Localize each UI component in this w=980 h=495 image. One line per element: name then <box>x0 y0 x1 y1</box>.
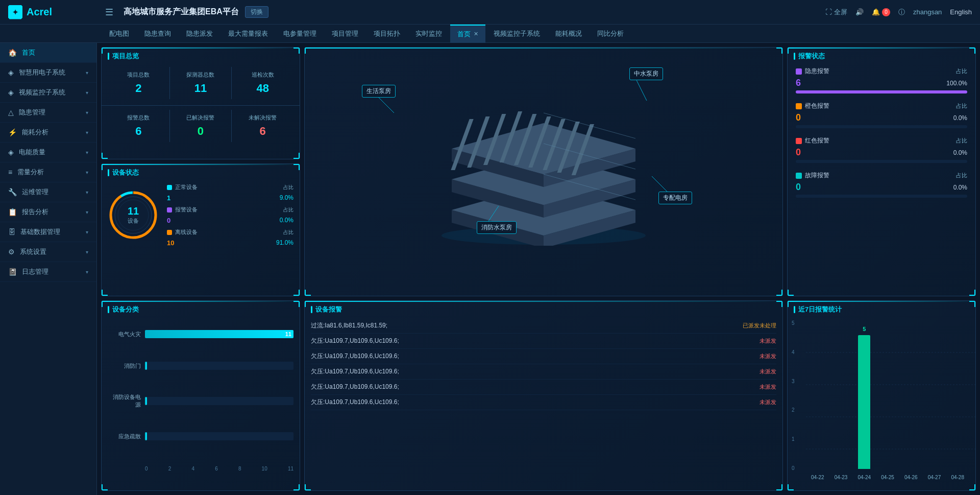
bar-fill-3 <box>145 432 147 440</box>
energy-icon: ⚡ <box>8 128 17 136</box>
bell-icon: 🔔 <box>872 8 880 16</box>
tab-yinhanchaxun[interactable]: 隐患查询 <box>137 25 178 43</box>
menu-icon[interactable]: ☰ <box>105 7 113 18</box>
sidebar-label-ops: 运维管理 <box>22 187 81 197</box>
tab-compare[interactable]: 同比分析 <box>590 25 631 43</box>
sidebar-item-ops[interactable]: 🔧 运维管理 ▾ <box>0 182 96 202</box>
sidebar-item-smart-elec[interactable]: ◈ 智慧用电子系统 ▾ <box>0 63 96 83</box>
device-category-panel: 设备分类 电气火灾 11 消防门 <box>101 300 300 491</box>
stats-grid-2: 报警总数 6 已解决报警 0 未解决报警 6 <box>102 105 300 146</box>
sidebar-label-logs: 日志管理 <box>22 267 81 276</box>
tab-video[interactable]: 视频监控子系统 <box>486 25 547 43</box>
main-layout: 🏠 首页 ◈ 智慧用电子系统 ▾ ◈ 视频监控子系统 ▾ △ 隐患管理 ▾ ⚡ … <box>0 43 980 495</box>
logo-icon: ✦ <box>8 5 22 19</box>
logo-text: Acrel <box>27 6 52 18</box>
alert-status-panel: 报警状态 隐患报警 占比 6 100.0% <box>787 47 976 296</box>
sidebar-item-home[interactable]: 🏠 首页 <box>0 43 96 63</box>
building-model-panel: 生活泵房 中水泵房 专配电房 消防水泵房 <box>304 47 783 296</box>
help-button[interactable]: ⓘ <box>898 8 905 17</box>
help-icon: ⓘ <box>898 8 905 17</box>
bar-track-3 <box>145 432 293 440</box>
sidebar-label-hazard: 隐患管理 <box>19 108 81 117</box>
chevron-down-icon-6: ▾ <box>86 170 88 175</box>
svg-line-24 <box>652 176 667 192</box>
tab-realtime[interactable]: 实时监控 <box>408 25 449 43</box>
bar-track-1 <box>145 362 293 370</box>
language-button[interactable]: English <box>950 8 972 16</box>
stat-detector-count: 探测器总数 11 <box>170 67 232 99</box>
alarm-row-0: 过流:Ia81.6,Ib81.59,Ic81.59; 已派发未处理 <box>311 318 776 334</box>
bar-row-2: 消防设备电源 <box>108 393 293 409</box>
bar-row-3: 应急疏散 <box>108 432 293 440</box>
sidebar-item-logs[interactable]: 📓 日志管理 ▾ <box>0 262 96 282</box>
tab-close-icon[interactable]: ✕ <box>474 31 478 37</box>
seven-day-panel: 近7日报警统计 5 4 3 2 1 0 <box>787 300 976 491</box>
tab-peidiantu[interactable]: 配电图 <box>102 25 136 43</box>
stat-alarm-unresolved: 未解决报警 6 <box>232 110 293 142</box>
tab-projectmgmt[interactable]: 项目管理 <box>325 25 365 43</box>
alert-row-hazard: 隐患报警 占比 6 100.0% <box>796 67 967 93</box>
ops-icon: 🔧 <box>8 188 17 196</box>
bar-fill-2 <box>145 397 147 405</box>
switch-button[interactable]: 切换 <box>245 6 268 18</box>
alarm-list: 过流:Ia81.6,Ib81.59,Ic81.59; 已派发未处理 欠压:Ua1… <box>305 316 782 412</box>
device-status-inner: 11 设备 正常设备 占比 1 9.0% <box>102 179 300 251</box>
sidebar-item-power-quality[interactable]: ◈ 电能质量 ▾ <box>0 143 96 162</box>
sidebar-item-report[interactable]: 📋 报告分析 ▾ <box>0 202 96 222</box>
nav-tabs: 配电图 隐患查询 隐患派发 最大需量报表 电参量管理 项目管理 项目拓扑 实时监… <box>0 25 980 43</box>
sidebar-item-basedata[interactable]: 🗄 基础数据管理 ▾ <box>0 222 96 242</box>
tab-diancanliang[interactable]: 电参量管理 <box>276 25 324 43</box>
stats-grid-1: 项目总数 2 探测器总数 11 巡检次数 48 <box>102 63 300 103</box>
fullscreen-icon: ⛶ <box>825 8 832 16</box>
sidebar-item-demand[interactable]: ≡ 需量分析 ▾ <box>0 162 96 182</box>
username: zhangsan <box>913 8 942 16</box>
tab-energy[interactable]: 能耗概况 <box>548 25 589 43</box>
sidebar-item-energy[interactable]: ⚡ 能耗分析 ▾ <box>0 123 96 143</box>
chevron-down-icon-10: ▾ <box>86 249 88 255</box>
tab-maxneedreport[interactable]: 最大需量报表 <box>221 25 275 43</box>
bar-row-0: 电气火灾 11 <box>108 330 293 338</box>
content-area: 项目总览 项目总数 2 探测器总数 11 巡检次数 48 <box>97 43 980 495</box>
sidebar: 🏠 首页 ◈ 智慧用电子系统 ▾ ◈ 视频监控子系统 ▾ △ 隐患管理 ▾ ⚡ … <box>0 43 97 495</box>
top-title-area: ☰ 高地城市服务产业集团EBA平台 切换 <box>105 6 825 18</box>
fullscreen-button[interactable]: ⛶ 全屏 <box>825 8 847 17</box>
legend-normal: 正常设备 占比 <box>167 183 293 191</box>
chevron-down-icon: ▾ <box>86 70 88 76</box>
chevron-down-icon-7: ▾ <box>86 190 88 195</box>
stat-inspection-count: 巡检次数 48 <box>232 67 293 99</box>
donut-chart: 11 设备 <box>108 190 159 241</box>
chevron-down-icon-8: ▾ <box>86 209 88 215</box>
alert-row-orange: 橙色报警 占比 0 0.0% <box>796 102 967 128</box>
tab-home[interactable]: 首页 ✕ <box>450 25 485 43</box>
device-category-chart: 电气火灾 11 消防门 消防设备电源 <box>102 316 300 487</box>
svg-line-25 <box>488 206 499 221</box>
bar-axis: 0 2 4 6 8 10 11 <box>108 464 293 472</box>
sidebar-item-settings[interactable]: ⚙ 系统设置 ▾ <box>0 242 96 262</box>
seven-day-title: 近7日报警统计 <box>788 301 975 316</box>
seven-day-chart-area: 5 4 3 2 1 0 <box>788 316 975 485</box>
sidebar-label-power-quality: 电能质量 <box>19 148 81 157</box>
report-icon: 📋 <box>8 208 17 216</box>
sound-button[interactable]: 🔊 <box>855 8 864 16</box>
bar-track-2 <box>145 397 293 405</box>
building-3d-container: 生活泵房 中水泵房 专配电房 消防水泵房 <box>305 48 782 296</box>
settings-icon: ⚙ <box>8 248 15 256</box>
stat-alarm-resolved: 已解决报警 0 <box>170 110 232 142</box>
logo: ✦ Acrel <box>8 5 105 19</box>
chevron-down-icon-5: ▾ <box>86 150 88 155</box>
device-category-title: 设备分类 <box>102 301 300 316</box>
sidebar-item-video[interactable]: ◈ 视频监控子系统 ▾ <box>0 83 96 103</box>
sound-icon: 🔊 <box>855 8 864 16</box>
tab-projecttopo[interactable]: 项目拓扑 <box>366 25 407 43</box>
sidebar-label-basedata: 基础数据管理 <box>20 227 81 237</box>
notification-button[interactable]: 🔔 0 <box>872 8 890 16</box>
tab-yinhanpaifa[interactable]: 隐患派发 <box>179 25 220 43</box>
device-status-title: 设备状态 <box>102 164 300 179</box>
alarm-row-4: 欠压:Ua109.7,Ub109.6,Uc109.6; 未派发 <box>311 380 776 395</box>
alarm-row-1: 欠压:Ua109.7,Ub109.6,Uc109.6; 未派发 <box>311 334 776 349</box>
chevron-down-icon-4: ▾ <box>86 130 88 135</box>
video-icon: ◈ <box>8 88 14 97</box>
sidebar-item-hazard[interactable]: △ 隐患管理 ▾ <box>0 103 96 123</box>
alert-status-title: 报警状态 <box>788 48 975 63</box>
stat-project-count: 项目总数 2 <box>108 67 169 99</box>
